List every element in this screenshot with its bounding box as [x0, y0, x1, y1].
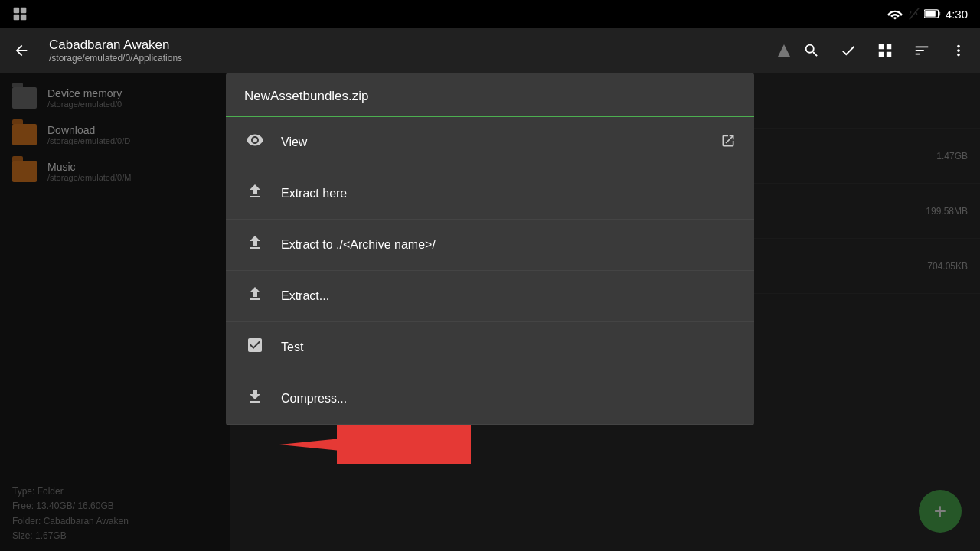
context-menu-title: NewAssetbundles.zip — [226, 73, 754, 117]
toolbar-actions — [799, 38, 971, 63]
wifi-icon — [887, 8, 903, 20]
svg-rect-2 — [14, 15, 20, 21]
extract-here-label: Extract here — [281, 187, 736, 201]
external-link-icon — [720, 133, 736, 152]
svg-rect-0 — [14, 8, 20, 14]
context-menu-item-extract-here[interactable]: Extract here — [226, 168, 754, 220]
extract-icon — [244, 285, 266, 308]
svg-rect-5 — [938, 11, 940, 15]
context-menu: NewAssetbundles.zip View Extract — [226, 73, 754, 425]
arrow-shape — [279, 425, 471, 464]
status-icons: 4:30 — [887, 8, 968, 21]
red-arrow-annotation — [279, 425, 471, 464]
check-button[interactable] — [836, 38, 861, 63]
view-label: View — [281, 135, 705, 149]
compress-label: Compress... — [281, 392, 736, 406]
search-button[interactable] — [799, 38, 824, 63]
signal-icon — [907, 8, 920, 20]
filter-button[interactable] — [910, 38, 934, 63]
test-label: Test — [281, 341, 736, 354]
svg-rect-1 — [21, 8, 27, 14]
context-menu-item-view[interactable]: View — [226, 117, 754, 168]
extract-to-label: Extract to ./<Archive name>/ — [281, 238, 736, 252]
grid-button[interactable] — [873, 38, 897, 63]
main-content: Device memory /storage/emulated/0 Downlo… — [0, 73, 980, 551]
signal-triangle — [778, 44, 790, 57]
status-bar: 4:30 — [0, 0, 980, 28]
svg-rect-6 — [925, 11, 936, 17]
app-icon — [12, 6, 28, 21]
status-time: 4:30 — [946, 8, 968, 21]
extract-label: Extract... — [281, 289, 736, 303]
back-button[interactable] — [9, 38, 34, 63]
extract-to-icon — [244, 233, 266, 256]
context-menu-item-extract-to[interactable]: Extract to ./<Archive name>/ — [226, 220, 754, 271]
compress-icon — [244, 387, 266, 410]
eye-icon — [244, 131, 266, 154]
toolbar-sub-title: /storage/emulated/0/Applications — [49, 53, 769, 64]
battery-icon — [924, 8, 941, 19]
toolbar-title: Cabadbaran Awaken /storage/emulated/0/Ap… — [49, 37, 769, 64]
extract-here-icon — [244, 182, 266, 205]
svg-rect-3 — [21, 15, 27, 21]
more-button[interactable] — [946, 38, 971, 63]
test-icon — [244, 336, 266, 359]
status-bar-left — [12, 0, 28, 28]
context-menu-item-test[interactable]: Test — [226, 322, 754, 373]
context-menu-item-extract[interactable]: Extract... — [226, 271, 754, 322]
context-menu-item-compress[interactable]: Compress... — [226, 373, 754, 425]
toolbar-main-title: Cabadbaran Awaken — [49, 37, 769, 53]
toolbar: Cabadbaran Awaken /storage/emulated/0/Ap… — [0, 28, 980, 73]
